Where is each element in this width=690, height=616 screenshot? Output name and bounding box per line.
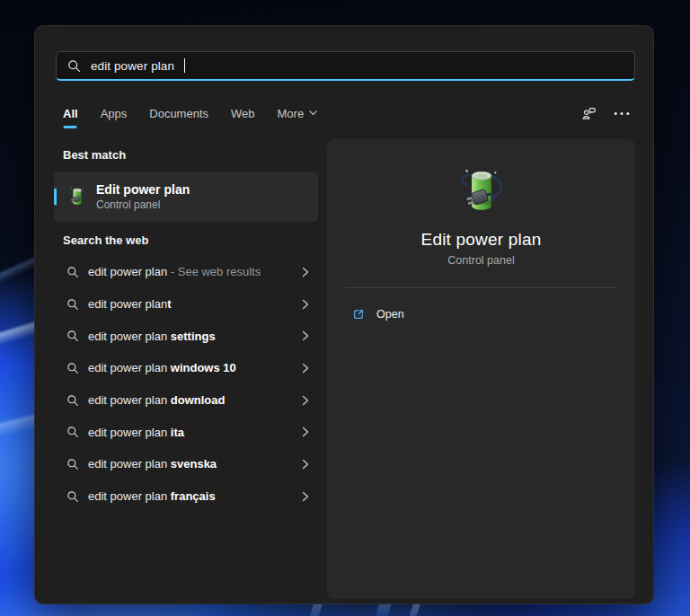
tab-all[interactable]: All [63,107,78,120]
search-icon [66,330,79,342]
tab-more[interactable]: More [278,107,318,120]
divider [345,287,617,288]
search-icon [66,394,79,407]
best-match-heading: Best match [63,148,126,162]
chevron-right-icon [302,363,309,374]
text-caret [184,58,185,73]
best-match-title: Edit power plan [96,182,190,197]
chevron-right-icon [302,267,309,277]
open-action[interactable]: Open [345,301,411,328]
web-suggestion-item[interactable]: edit power plan svenska [54,448,318,480]
search-query-text: edit power plan [91,59,174,73]
best-match-result[interactable]: Edit power plan Control panel [54,172,318,222]
web-suggestion-item[interactable]: edit power plan français [54,480,318,513]
web-suggestion-item[interactable]: edit power plan download [54,384,318,417]
preview-subtitle: Control panel [327,254,635,267]
search-flyout-panel: edit power plan All Apps Documents Web M… [34,25,654,604]
chevron-right-icon [302,491,309,502]
chevron-right-icon [302,395,309,406]
battery-power-plan-icon [456,163,508,220]
search-icon [66,362,79,374]
search-web-heading: Search the web [63,233,148,247]
chevron-down-icon [309,110,317,116]
wallpaper-streak [310,603,323,616]
best-match-subtitle: Control panel [96,198,190,211]
search-icon [67,59,81,73]
wallpaper-streak [410,603,421,616]
open-external-icon [352,308,365,321]
ellipsis-icon[interactable] [614,111,630,116]
result-preview-pane: Edit power plan Control panel Open [327,139,635,599]
tab-documents[interactable]: Documents [149,107,208,120]
web-suggestion-item[interactable]: edit power plan settings [54,320,318,352]
person-chat-icon[interactable] [581,106,597,121]
chevron-right-icon [302,330,309,341]
search-icon [66,298,79,311]
search-icon [66,426,79,438]
chevron-right-icon [302,459,309,470]
chevron-right-icon [302,299,309,310]
search-header-actions [581,106,630,121]
battery-power-plan-icon [66,185,88,208]
tab-web[interactable]: Web [231,107,255,120]
selection-accent-bar [54,189,57,206]
chevron-right-icon [302,427,309,437]
search-filter-tabs: All Apps Documents Web More [63,100,630,127]
search-icon [66,458,79,471]
wallpaper-streak [376,603,393,616]
search-input[interactable]: edit power plan [56,51,635,81]
preview-title: Edit power plan [327,230,635,250]
web-suggestion-item[interactable]: edit power plan - See web results [54,256,318,288]
search-icon [66,266,79,278]
web-suggestion-item[interactable]: edit power plan ita [54,416,318,448]
web-suggestion-item[interactable]: edit power plan windows 10 [54,352,318,384]
web-suggestion-item[interactable]: edit power plant [54,288,318,321]
web-suggestion-list: edit power plan - See web results edit p… [54,256,318,513]
tab-apps[interactable]: Apps [101,107,128,120]
desktop: edit power plan All Apps Documents Web M… [0,0,690,616]
search-icon [66,490,79,503]
open-button-label: Open [376,308,404,321]
